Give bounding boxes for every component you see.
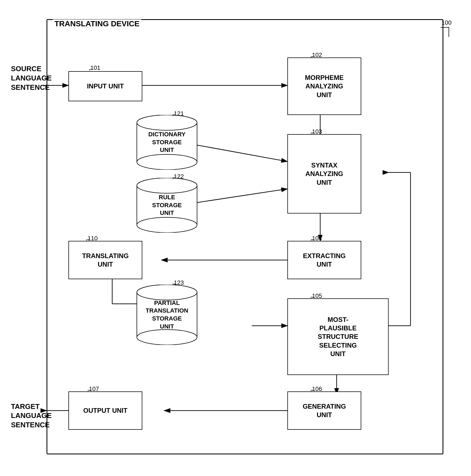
extracting-unit-box: EXTRACTINGUNIT	[287, 241, 361, 279]
dictionary-storage-cylinder: DICTIONARYSTORAGEUNIT	[134, 115, 200, 170]
generating-unit-box: GENERATINGUNIT	[287, 391, 361, 430]
translating-unit-box: TRANSLATINGUNIT	[68, 241, 142, 279]
dictionary-storage-label: DICTIONARYSTORAGEUNIT	[148, 131, 186, 154]
morpheme-analyzing-box: MORPHEMEANALYZINGUNIT	[287, 57, 361, 115]
output-unit-label: OUTPUT UNIT	[83, 406, 127, 415]
svg-point-28	[137, 330, 197, 345]
input-unit-label: INPUT UNIT	[87, 82, 124, 90]
svg-point-29	[137, 285, 197, 300]
svg-point-24	[137, 217, 197, 233]
source-language-label: SOURCELANGUAGESENTENCE	[11, 64, 42, 92]
syntax-analyzing-label: SYNTAXANALYZINGUNIT	[305, 161, 343, 187]
syntax-analyzing-box: SYNTAXANALYZINGUNIT	[287, 134, 361, 214]
generating-unit-label: GENERATINGUNIT	[303, 402, 346, 419]
svg-point-25	[137, 178, 197, 193]
extracting-unit-label: EXTRACTINGUNIT	[303, 252, 346, 269]
diagram-container: 100 TRANSLATING DEVICE SOURCELANGUAGESEN…	[11, 11, 460, 465]
target-language-label: TARGETLANGUAGESENTENCE	[11, 402, 42, 430]
svg-point-21	[137, 115, 197, 130]
rule-storage-label: RULESTORAGEUNIT	[152, 194, 182, 217]
partial-translation-label: PARTIALTRANSLATIONSTORAGEUNIT	[146, 299, 188, 330]
output-unit-box: OUTPUT UNIT	[68, 391, 142, 430]
most-plausible-box: MOST-PLAUSIBLESTRUCTURESELECTINGUNIT	[287, 298, 389, 375]
partial-translation-cylinder: PARTIALTRANSLATIONSTORAGEUNIT	[134, 285, 200, 345]
input-unit-box: INPUT UNIT	[68, 71, 142, 101]
translating-unit-label: TRANSLATINGUNIT	[82, 252, 129, 269]
translating-device-label: TRANSLATING DEVICE	[53, 19, 141, 28]
svg-point-20	[137, 154, 197, 170]
most-plausible-label: MOST-PLAUSIBLESTRUCTURESELECTINGUNIT	[318, 315, 358, 358]
morpheme-analyzing-label: MORPHEMEANALYZINGUNIT	[305, 73, 343, 99]
rule-storage-cylinder: RULESTORAGEUNIT	[134, 178, 200, 233]
